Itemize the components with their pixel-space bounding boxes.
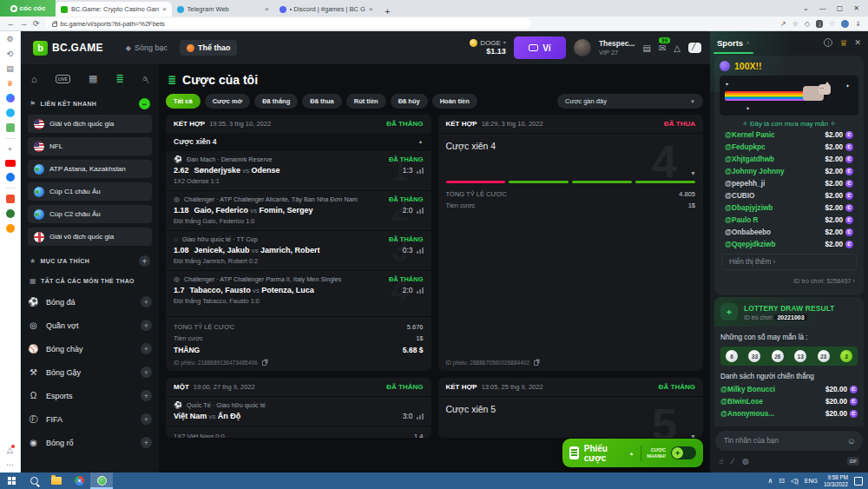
quick-link-item[interactable]: Giải vô địch quốc gia (28, 115, 152, 133)
bookmark-star-icon[interactable]: ☆ (792, 20, 799, 28)
username-link[interactable]: @Qqepjdkziwb (725, 241, 775, 248)
user-info[interactable]: Thespec... VIP 27 (599, 39, 635, 56)
nav-casino[interactable]: ◆Sòng bạc (119, 40, 174, 56)
username-link[interactable]: @pepehh_ji (725, 180, 765, 188)
nav-sports[interactable]: Thể thao (180, 40, 238, 56)
my-bets-icon[interactable]: ≣ (115, 73, 123, 84)
sport-item[interactable]: Ω Esports + (28, 384, 152, 407)
add-shortcut-icon[interactable]: + (8, 145, 12, 154)
crown-icon[interactable]: ♛ (6, 79, 13, 88)
messenger-icon[interactable] (6, 94, 15, 102)
stats-icon[interactable] (417, 168, 424, 175)
tab-close-icon[interactable]: × (265, 5, 269, 13)
quick-link-item[interactable]: ATP Astana, Kazakhstan (28, 160, 152, 178)
user-avatar[interactable] (574, 39, 591, 56)
stats-icon[interactable] (417, 208, 424, 215)
username-link[interactable]: @Onbabeebo (725, 228, 771, 236)
username-link[interactable]: @Xhjtgatdhwb (725, 155, 774, 163)
browser-tab[interactable]: BC.Game: Crypto Casino Gan × (56, 2, 172, 17)
stats-icon[interactable] (417, 287, 424, 294)
start-button[interactable] (0, 472, 23, 489)
match-teams[interactable]: Gaio, Federico vs Fomin, Sergey (194, 206, 313, 215)
quick-link-item[interactable]: Giải vô địch quốc gia (28, 228, 152, 246)
filter-pill[interactable]: Đã thắng (254, 94, 298, 109)
expand-sport-button[interactable]: + (141, 437, 152, 448)
tab-search-icon[interactable]: ⌄ (803, 4, 809, 12)
more-icon[interactable]: ⋯ (6, 460, 14, 469)
parlay-name[interactable]: Cược xiên 4▲ (166, 133, 431, 150)
show-more-button[interactable]: Hiển thị thêm › (721, 254, 857, 270)
youtube-icon[interactable] (5, 160, 16, 167)
username-link[interactable]: @Anonymous... (720, 410, 774, 418)
chat-toggle-icon[interactable] (688, 43, 701, 53)
shopee-icon[interactable] (6, 195, 15, 203)
betslip-button[interactable]: Phiếu cược ▲ CƯỢCNHANH! + (562, 439, 703, 467)
expand-sport-button[interactable]: + (141, 343, 152, 354)
trophy-icon[interactable]: ♕ (839, 38, 847, 48)
extension-icon[interactable]: ♢ (829, 20, 835, 28)
match-teams[interactable]: Tabacco, Fausto vs Potenza, Luca (190, 286, 314, 294)
chevron-right-icon[interactable]: › (746, 38, 749, 47)
mail-icon[interactable]: ✉99 (659, 43, 666, 53)
share-icon[interactable]: ↗ (780, 20, 786, 28)
bcgame-logo[interactable]: b BC.GAME (33, 41, 103, 56)
username-link[interactable]: @Milky Bonucci (720, 386, 775, 393)
action-center-icon[interactable] (854, 477, 863, 486)
tab-close-icon[interactable]: × (162, 5, 167, 13)
see-all-link[interactable]: Xem tất cả (714, 425, 864, 426)
back-icon[interactable]: ← (7, 19, 15, 28)
rules-info-icon[interactable]: ! (824, 38, 832, 47)
forward-icon[interactable]: → (20, 19, 28, 28)
volume-icon[interactable]: ◁) (791, 477, 799, 485)
download-icon[interactable]: ↓ (816, 20, 823, 28)
facebook-icon[interactable] (6, 173, 15, 182)
username-link[interactable]: @CUBIO (725, 192, 754, 200)
chevron-down-icon[interactable]: ▼ (690, 170, 696, 176)
close-button[interactable]: ✕ (853, 4, 859, 12)
sticker-icon[interactable]: ◍ (742, 457, 749, 466)
stats-icon[interactable] (417, 413, 424, 420)
game-id-link[interactable]: ID trò chơi: 5258457 › (720, 274, 858, 290)
url-field[interactable]: bc.game/vi/sports?bt-path=%2Fbets (45, 18, 531, 29)
sport-item[interactable]: ⚾ Bóng chày + (28, 337, 152, 360)
lamp-icon[interactable] (6, 224, 15, 233)
close-chat-icon[interactable]: ✕ (854, 38, 861, 47)
taskbar-clock[interactable]: 9:58 PM10/3/2022 (824, 474, 848, 486)
match-teams[interactable]: Sønderjyske vs Odense (194, 166, 280, 175)
chevron-down-icon[interactable]: ▼ (690, 433, 696, 438)
live-icon[interactable]: LIVE (56, 75, 70, 83)
sport-item[interactable]: Ⓕ FIFA + (28, 407, 152, 431)
username-link[interactable]: @Dbapjyjziwb (725, 204, 773, 212)
quick-link-item[interactable]: NFL (28, 137, 152, 155)
match-teams[interactable]: Jenicek, Jakub vs Jamrich, Robert (194, 246, 320, 254)
expand-sport-button[interactable]: + (141, 390, 152, 401)
menu-list-icon[interactable]: ▤ (642, 43, 650, 53)
filter-pill[interactable]: Hoàn tiền (432, 94, 477, 109)
filter-pill[interactable]: Tất cả (166, 94, 201, 109)
new-tab-button[interactable]: + (378, 7, 398, 17)
copy-icon[interactable] (534, 360, 538, 366)
tip-icon[interactable]: ☝ (719, 457, 723, 466)
chat-room-tab[interactable]: Sports (717, 38, 743, 48)
username-link[interactable]: @Kernel Panic (725, 131, 775, 139)
sport-item[interactable]: ⚽ Bóng đá + (28, 290, 152, 314)
history-icon[interactable]: ⟲ (7, 50, 14, 58)
coccoc-taskbar-icon[interactable] (90, 472, 113, 489)
header-bell-icon[interactable]: △ (674, 43, 681, 53)
sort-dropdown[interactable]: Cược gần đây▼ (557, 94, 703, 109)
network-icon[interactable]: ⊡ (779, 477, 785, 485)
calendar-icon[interactable]: ▦ (89, 73, 97, 84)
chrome-icon[interactable] (68, 472, 90, 489)
maximize-button[interactable]: ▢ (837, 4, 844, 12)
username-link[interactable]: @Paulo R (725, 216, 758, 224)
chat-messages[interactable]: 100X!! ✦ ✦ ✦ ✧ Đây là cơn mưa may mắn ✧ … (710, 54, 868, 426)
username-link[interactable]: @BIwinLose (720, 398, 763, 406)
slash-commands-icon[interactable]: ∕ (732, 457, 733, 466)
bet-card-combo-lost[interactable]: KẾT HỢP 18:29, 3 thg 10, 2022 ĐÃ THUA Cư… (438, 115, 704, 371)
username-link[interactable]: @Fedupkpc (725, 143, 766, 151)
wallet-button[interactable]: Ví (514, 36, 566, 59)
sport-item[interactable]: ⚒ Bóng Gậy + (28, 360, 152, 384)
expand-sport-button[interactable]: + (141, 413, 152, 425)
tray-chevron-icon[interactable]: ∧ (767, 477, 773, 485)
filter-pill[interactable]: Cược mở (205, 94, 250, 109)
